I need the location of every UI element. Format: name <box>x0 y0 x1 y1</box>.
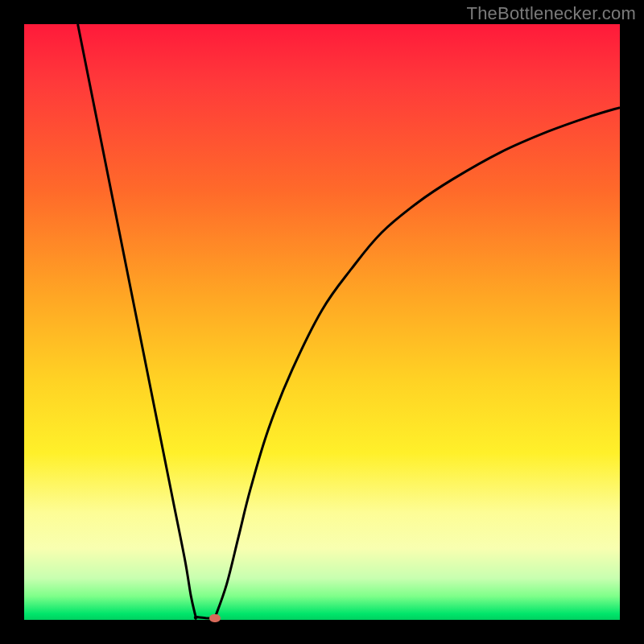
curve-path <box>78 24 620 620</box>
plot-area <box>24 24 620 620</box>
chart-frame: TheBottlenecker.com <box>0 0 644 644</box>
bottleneck-curve <box>24 24 620 620</box>
watermark-text: TheBottlenecker.com <box>467 3 636 24</box>
optimal-point-marker <box>209 614 221 622</box>
